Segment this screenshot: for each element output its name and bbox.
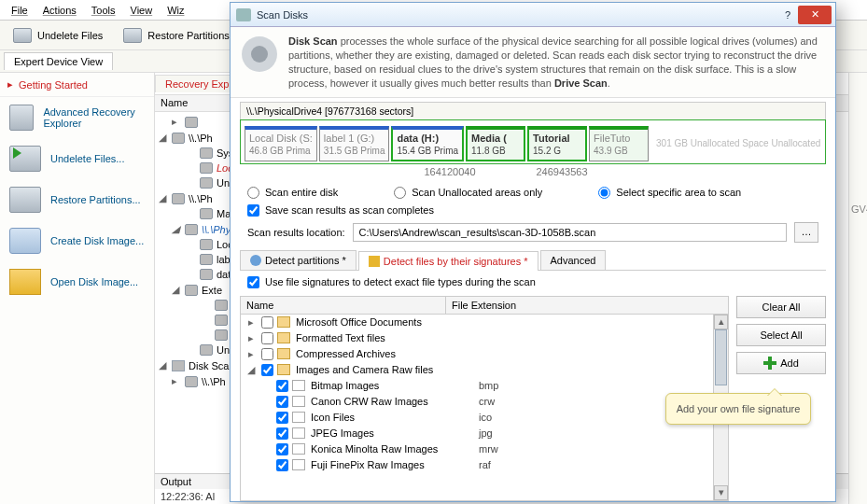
expand-icon[interactable]: ◢: [159, 359, 168, 371]
action-label: Restore Partitions...: [50, 194, 141, 205]
node-label: \\.\Ph: [189, 133, 213, 144]
dialog-description: Disk Scan processes the whole surface of…: [231, 27, 835, 98]
scan-specific-radio[interactable]: Select specific area to scan: [598, 187, 741, 199]
plus-icon: [763, 357, 776, 370]
group-checkbox[interactable]: [261, 332, 273, 344]
group-checkbox[interactable]: [261, 348, 273, 360]
undelete-files-action[interactable]: Undelete Files...: [0, 138, 154, 179]
unallocated-space[interactable]: 301 GB Unallocated Space Unallocated: [650, 126, 821, 161]
menu-wiz[interactable]: Wiz: [160, 3, 191, 18]
menu-view[interactable]: View: [123, 3, 161, 18]
partition-size: 11.8 GB: [471, 146, 520, 157]
signature-item[interactable]: Bitmap Imagesbmp: [241, 378, 713, 394]
partition-name: Local Disk (S:: [249, 133, 313, 145]
expand-icon[interactable]: ▸: [172, 375, 181, 387]
help-button[interactable]: ?: [777, 9, 798, 21]
item-checkbox[interactable]: [276, 412, 288, 424]
expand-icon[interactable]: ◢: [172, 223, 181, 235]
partition-block[interactable]: Tutorial15.2 G: [527, 126, 587, 161]
expert-device-view-tab[interactable]: Expert Device View: [4, 52, 113, 70]
browse-button[interactable]: …: [794, 222, 818, 243]
col-name[interactable]: Name: [241, 297, 446, 314]
item-checkbox[interactable]: [276, 396, 288, 408]
open-disk-image-action[interactable]: Open Disk Image...: [0, 261, 154, 302]
menu-tools[interactable]: Tools: [84, 3, 123, 18]
signature-item[interactable]: Icon Filesico: [241, 410, 713, 426]
physical-drive-tab[interactable]: \\.\PhysicalDrive4 [976773168 sectors]: [240, 102, 826, 119]
signature-group[interactable]: ▸Compressed Archives: [241, 346, 713, 362]
item-ext: jpg: [479, 427, 493, 439]
expand-icon[interactable]: ◢: [159, 132, 168, 144]
expand-icon[interactable]: ▸: [245, 348, 258, 360]
group-checkbox[interactable]: [261, 364, 273, 376]
expand-icon[interactable]: ▸: [245, 332, 258, 344]
signatures-header: Name File Extension: [241, 297, 728, 315]
undelete-files-button[interactable]: Undelete Files: [7, 26, 108, 45]
partition-block[interactable]: FileTuto43.9 GB: [589, 126, 649, 161]
restore-partitions-button[interactable]: Restore Partitions: [118, 26, 234, 45]
file-icon: [292, 443, 305, 455]
expand-icon[interactable]: ◢: [159, 192, 168, 204]
signature-group[interactable]: ▸Microsoft Office Documents: [241, 315, 713, 330]
menu-actions[interactable]: Actions: [35, 3, 84, 18]
expand-icon[interactable]: ◢: [245, 364, 258, 376]
item-checkbox[interactable]: [276, 380, 288, 392]
partition-block[interactable]: Media (11.8 GB: [466, 126, 525, 161]
sector-markers: 164120040 246943563: [240, 166, 826, 177]
clear-all-button[interactable]: Clear All: [736, 296, 826, 318]
item-checkbox[interactable]: [276, 427, 288, 440]
drive-icon: [185, 376, 198, 387]
getting-started-section[interactable]: ▸ Getting Started: [0, 73, 154, 97]
detect-partitions-tab[interactable]: Detect partitions *: [240, 250, 357, 270]
partition-size: 43.9 GB: [594, 146, 644, 157]
create-disk-image-action[interactable]: Create Disk Image...: [0, 220, 154, 261]
drive-icon: [215, 300, 228, 311]
signature-item[interactable]: Konica Minolta Raw Imagesmrw: [241, 441, 713, 457]
drive-icon: [13, 28, 32, 43]
scan-unallocated-radio[interactable]: Scan Unallocated areas only: [394, 187, 542, 199]
detect-signatures-tab[interactable]: Detect files by their signatures *: [358, 251, 538, 271]
expand-icon[interactable]: ◢: [172, 284, 181, 296]
results-location-input[interactable]: [353, 223, 787, 242]
scroll-down-button[interactable]: ▾: [714, 485, 728, 500]
scan-entire-disk-radio[interactable]: Scan entire disk: [247, 187, 338, 199]
action-label: Create Disk Image...: [50, 235, 144, 246]
col-extension[interactable]: File Extension: [446, 297, 728, 314]
partition-block[interactable]: data (H:)15.4 GB Prima: [391, 126, 464, 161]
drive-icon: [200, 208, 213, 219]
group-checkbox[interactable]: [261, 316, 273, 329]
use-signatures-checkbox[interactable]: [247, 276, 259, 288]
expand-icon[interactable]: ▸: [172, 116, 181, 128]
partition-block[interactable]: label 1 (G:)31.5 GB Prima: [319, 126, 390, 161]
results-location-label: Scan results location:: [247, 227, 345, 238]
item-checkbox[interactable]: [276, 443, 288, 455]
save-scan-results-checkbox[interactable]: [247, 204, 259, 217]
signature-item[interactable]: Canon CRW Raw Imagescrw: [241, 394, 713, 410]
dialog-title-bar[interactable]: Scan Disks ? ✕: [231, 3, 835, 27]
scroll-thumb[interactable]: [715, 329, 727, 385]
partition-block[interactable]: Local Disk (S:46.8 GB Prima: [245, 126, 317, 161]
file-icon: [292, 396, 305, 407]
sector-start: 164120040: [408, 166, 492, 177]
folder-icon: [277, 348, 290, 359]
add-signature-button[interactable]: Add: [736, 352, 826, 374]
signature-group[interactable]: ◢Images and Camera Raw files: [241, 362, 713, 378]
item-checkbox[interactable]: [276, 459, 288, 471]
restore-partitions-action[interactable]: Restore Partitions...: [0, 179, 154, 220]
partition-map[interactable]: Local Disk (S:46.8 GB Primalabel 1 (G:)3…: [240, 119, 826, 163]
advanced-tab[interactable]: Advanced: [540, 250, 607, 270]
menu-file[interactable]: File: [4, 3, 35, 18]
select-all-button[interactable]: Select All: [736, 324, 826, 346]
expand-icon[interactable]: ▸: [245, 316, 258, 329]
node-label: \\.\Phy: [202, 224, 231, 235]
scroll-up-button[interactable]: ▴: [714, 315, 728, 329]
close-button[interactable]: ✕: [798, 6, 832, 24]
signature-item[interactable]: JPEG Imagesjpg: [241, 426, 713, 441]
signature-group[interactable]: ▸Formatted Text files: [241, 330, 713, 346]
partition-size: 15.2 G: [533, 146, 581, 157]
signatures-tree[interactable]: ▸Microsoft Office Documents▸Formatted Te…: [241, 315, 713, 500]
signature-item[interactable]: Fuji FinePix Raw Imagesraf: [241, 457, 713, 473]
advanced-recovery-explorer-action[interactable]: Advanced Recovery Explorer: [0, 97, 154, 138]
node-label: Disk Scan: [189, 360, 235, 371]
recovery-explorer-tab[interactable]: Recovery Exp: [155, 75, 239, 92]
